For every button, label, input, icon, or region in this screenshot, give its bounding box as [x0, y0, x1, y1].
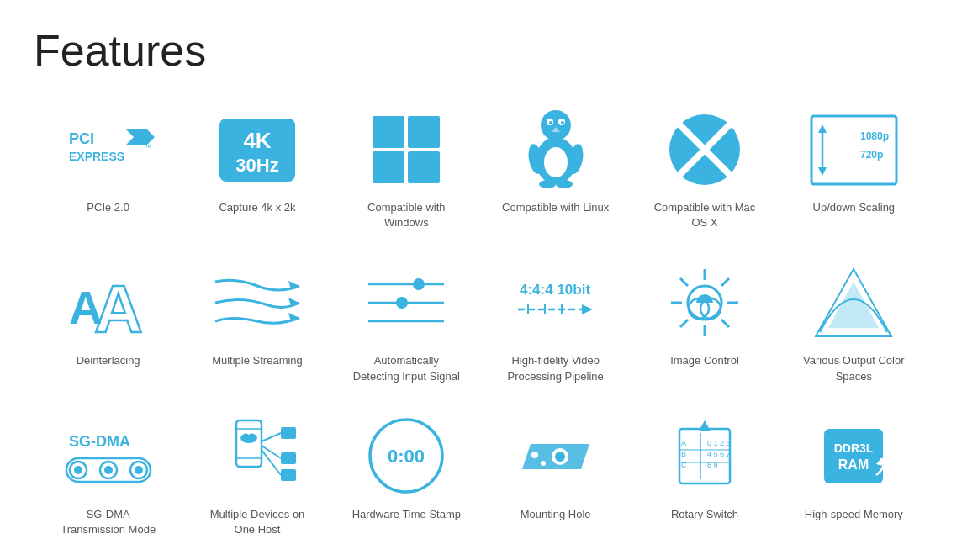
macosx-label: Compatible with Mac OS X [650, 200, 759, 230]
streaming-label: Multiple Streaming [212, 353, 303, 368]
scaling-label: Up/down Scaling [813, 200, 896, 215]
svg-text:A: A [69, 282, 103, 334]
pcie-label: PCIe 2.0 [87, 200, 130, 215]
svg-marker-88 [699, 420, 711, 431]
sgdma-label: SG-DMA Transmission Mode [54, 507, 163, 537]
svg-rect-26 [811, 116, 896, 184]
imagecontrol-icon [658, 261, 751, 345]
svg-rect-7 [373, 116, 404, 148]
colorspaces-label: Various Output Color Spaces [799, 353, 908, 383]
svg-point-18 [544, 147, 568, 177]
feature-rotary: 0 1 2 3 4 5 6 7 8 9 A B C Rotary Switch [630, 408, 779, 544]
svg-marker-30 [818, 124, 827, 133]
svg-line-56 [722, 320, 729, 327]
svg-text:EXPRESS: EXPRESS [69, 150, 124, 163]
deinterlacing-label: Deinterlacing [77, 353, 140, 368]
svg-text:0 1 2 3: 0 1 2 3 [707, 439, 731, 447]
svg-rect-8 [408, 116, 440, 148]
svg-point-14 [549, 121, 552, 124]
streaming-icon [211, 261, 304, 345]
autosignal-label: Automatically Detecting Input Signal [352, 353, 461, 383]
windows-label: Compatible with Windows [352, 200, 461, 230]
timestamp-icon: 0:00 [360, 415, 452, 499]
windows-icon [360, 108, 452, 192]
videopipeline-label: High-fidelity Video Processing Pipeline [501, 353, 610, 383]
feature-memory: DDR3L RAM High-speed Memory [780, 408, 928, 544]
colorspaces-icon [807, 261, 900, 345]
feature-macosx: Compatible with Mac OS X [630, 101, 779, 237]
mounting-label: Mounting Hole [521, 507, 591, 522]
svg-text:4 5 6 7: 4 5 6 7 [707, 450, 731, 458]
svg-rect-9 [373, 151, 404, 183]
feature-scaling: 1080p 720p Up/down Scaling [780, 101, 928, 237]
svg-text:1080p: 1080p [860, 130, 889, 142]
deinterlacing-icon: A A [62, 261, 155, 345]
linux-icon [510, 108, 602, 192]
svg-text:A: A [681, 439, 686, 447]
feature-multidevice: Multiple Devices on One Host [182, 408, 331, 544]
feature-capture4k: 4K 30Hz Capture 4k x 2k [182, 101, 331, 237]
svg-text:720p: 720p [860, 149, 883, 161]
mounting-icon [510, 415, 602, 499]
scaling-icon: 1080p 720p [807, 108, 900, 192]
svg-point-15 [561, 121, 564, 124]
rotary-icon: 0 1 2 3 4 5 6 7 8 9 A B C [658, 415, 751, 499]
sgdma-icon: SG-DMA [62, 415, 155, 499]
svg-text:B: B [681, 450, 686, 458]
svg-line-55 [680, 278, 688, 286]
feature-sgdma: SG-DMA SG-DMA Transmission Mode [34, 408, 182, 544]
svg-rect-98 [824, 429, 883, 483]
svg-marker-1 [125, 129, 155, 145]
svg-marker-46 [582, 304, 593, 314]
svg-marker-62 [828, 282, 879, 328]
rotary-label: Rotary Switch [671, 507, 738, 522]
feature-deinterlacing: A A Deinterlacing [34, 254, 182, 390]
pcie-icon: PCI EXPRESS ™ [62, 108, 155, 192]
feature-colorspaces: Various Output Color Spaces [780, 254, 928, 390]
svg-point-84 [555, 452, 565, 462]
autosignal-icon [360, 261, 452, 345]
svg-point-19 [539, 180, 556, 188]
svg-text:SG-DMA: SG-DMA [69, 433, 130, 450]
svg-text:4K: 4K [243, 128, 271, 153]
feature-autosignal: Automatically Detecting Input Signal [332, 254, 481, 390]
svg-marker-31 [818, 167, 827, 176]
svg-rect-71 [236, 420, 262, 467]
features-grid: PCI EXPRESS ™ PCIe 2.0 4K 30Hz Capture 4… [34, 101, 928, 560]
svg-rect-78 [281, 452, 296, 464]
svg-text:DDR3L: DDR3L [834, 441, 874, 455]
imagecontrol-label: Image Control [670, 353, 739, 368]
svg-line-58 [680, 320, 688, 327]
videopipeline-icon: 4:4:4 10bit [510, 261, 602, 345]
multidevice-icon [211, 415, 304, 499]
svg-point-11 [541, 110, 571, 140]
timestamp-label: Hardware Time Stamp [352, 507, 461, 522]
feature-timestamp: 0:00 Hardware Time Stamp [332, 408, 481, 544]
svg-text:30Hz: 30Hz [235, 155, 278, 176]
svg-text:PCI: PCI [69, 130, 94, 147]
svg-point-68 [104, 466, 113, 474]
svg-text:0:00: 0:00 [388, 446, 425, 467]
svg-rect-77 [281, 427, 296, 439]
feature-linux: Compatible with Linux [481, 101, 630, 237]
feature-videopipeline: 4:4:4 10bit High-fidelity Video Processi… [481, 254, 630, 390]
feature-imagecontrol: Image Control [630, 254, 779, 390]
memory-icon: DDR3L RAM [807, 415, 900, 499]
feature-pcie: PCI EXPRESS ™ PCIe 2.0 [34, 101, 182, 237]
svg-line-75 [262, 446, 281, 458]
multidevice-label: Multiple Devices on One Host [203, 507, 312, 537]
svg-point-66 [74, 466, 82, 474]
svg-rect-10 [408, 151, 440, 183]
memory-label: High-speed Memory [805, 507, 903, 522]
svg-point-85 [531, 452, 538, 458]
svg-text:4:4:4 10bit: 4:4:4 10bit [520, 282, 590, 298]
svg-text:RAM: RAM [838, 457, 869, 472]
capture4k-icon: 4K 30Hz [211, 108, 304, 192]
feature-windows: Compatible with Windows [332, 101, 481, 237]
svg-rect-79 [281, 469, 296, 481]
macosx-icon [658, 108, 751, 192]
feature-mounting: Mounting Hole [481, 408, 630, 544]
capture4k-label: Capture 4k x 2k [219, 200, 295, 215]
page-title: Features [34, 25, 928, 76]
svg-point-70 [135, 466, 143, 474]
